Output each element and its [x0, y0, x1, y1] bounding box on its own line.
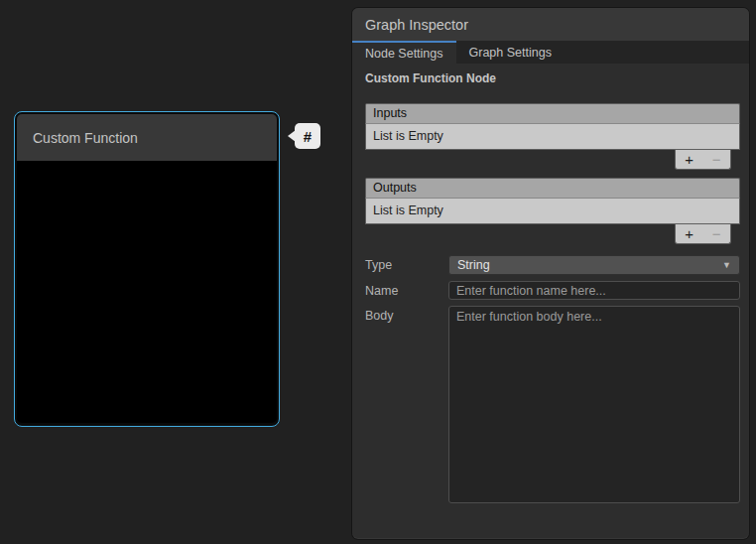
chevron-down-icon: ▼ — [722, 260, 731, 270]
badge-box[interactable]: # — [295, 123, 320, 149]
graph-inspector-panel: Graph Inspector Node Settings Graph Sett… — [352, 8, 749, 539]
custom-function-node[interactable]: Custom Function — [14, 111, 280, 427]
type-label: Type — [365, 255, 448, 272]
node-settings-heading: Custom Function Node — [365, 71, 740, 85]
inspector-content: Custom Function Node Inputs List is Empt… — [352, 64, 749, 503]
inputs-list-footer: + − — [675, 150, 731, 170]
node-settings-badge[interactable]: # — [288, 123, 321, 149]
inspector-tab-strip: Node Settings Graph Settings — [352, 41, 749, 64]
outputs-list: Outputs List is Empty + − — [365, 178, 740, 244]
tab-node-settings-label: Node Settings — [365, 47, 443, 61]
tab-graph-settings[interactable]: Graph Settings — [456, 41, 565, 64]
function-name-input[interactable] — [448, 281, 740, 300]
inputs-list-empty-row: List is Empty — [365, 124, 740, 150]
outputs-add-button[interactable]: + — [676, 224, 703, 243]
inputs-remove-button[interactable]: − — [703, 150, 731, 169]
node-title: Custom Function — [33, 130, 138, 146]
node-body — [17, 161, 277, 423]
tab-node-settings[interactable]: Node Settings — [352, 41, 456, 64]
function-body-textarea[interactable] — [448, 306, 740, 503]
inputs-add-button[interactable]: + — [676, 150, 703, 169]
node-header[interactable]: Custom Function — [17, 114, 277, 161]
name-label: Name — [365, 281, 448, 298]
body-row: Body — [365, 306, 740, 503]
type-dropdown-value: String — [457, 258, 490, 272]
outputs-list-empty-row: List is Empty — [365, 199, 740, 224]
name-row: Name — [365, 281, 740, 300]
hash-icon: # — [304, 128, 312, 145]
outputs-list-header: Outputs — [365, 178, 740, 199]
inspector-title: Graph Inspector — [365, 17, 468, 33]
inspector-titlebar[interactable]: Graph Inspector — [352, 8, 749, 41]
inputs-list-header: Inputs — [365, 103, 740, 124]
graph-canvas[interactable]: Custom Function # Graph Inspector Node S… — [0, 0, 756, 544]
body-label: Body — [365, 306, 448, 323]
type-dropdown[interactable]: String ▼ — [448, 255, 740, 275]
custom-function-form: Type String ▼ Name Body — [365, 255, 740, 503]
outputs-remove-button[interactable]: − — [703, 224, 731, 243]
outputs-list-footer: + − — [675, 224, 731, 244]
inputs-list: Inputs List is Empty + − — [365, 103, 740, 170]
type-row: Type String ▼ — [365, 255, 740, 275]
tab-graph-settings-label: Graph Settings — [469, 46, 552, 60]
